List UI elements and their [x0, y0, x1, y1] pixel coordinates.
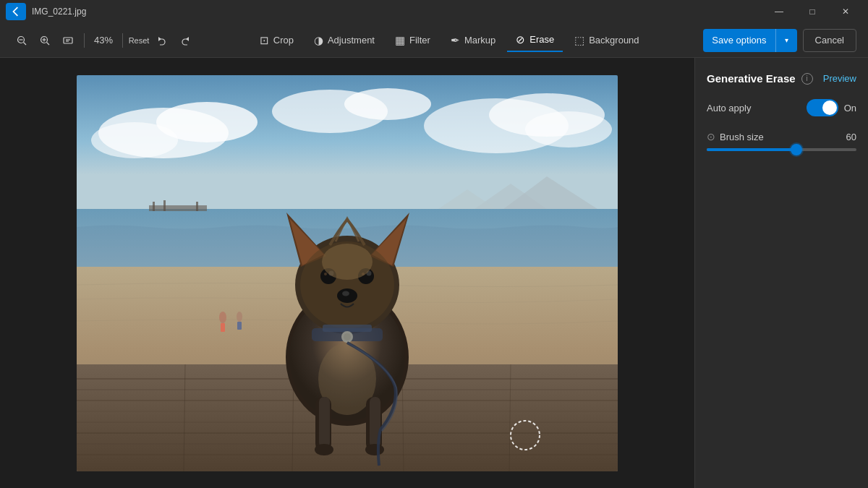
main-content: Generative Erase i Preview Auto apply On…: [0, 58, 868, 488]
image-container: [77, 75, 618, 471]
svg-rect-21: [153, 202, 155, 211]
filter-icon: ▦: [395, 34, 405, 47]
background-icon: ⬚: [574, 34, 584, 47]
brush-size-slider[interactable]: [707, 148, 856, 151]
divider2: [122, 33, 123, 48]
photo-image: [77, 75, 618, 471]
adjustment-tool-button[interactable]: ◑ Adjustment: [305, 30, 383, 51]
toolbar-right: Save options ▾ Cancel: [703, 29, 856, 52]
panel-header: Generative Erase i Preview: [707, 72, 856, 85]
auto-apply-toggle[interactable]: [807, 99, 838, 116]
auto-apply-label: Auto apply: [707, 103, 751, 114]
brush-size-icon: ⊙: [707, 131, 715, 142]
svg-rect-48: [319, 397, 330, 448]
markup-icon: ✒: [451, 34, 460, 47]
brush-label-container: ⊙ Brush size: [707, 131, 764, 142]
slider-thumb[interactable]: [791, 144, 802, 155]
svg-point-62: [342, 291, 349, 296]
erase-tool-button[interactable]: ⊘ Erase: [507, 29, 563, 52]
brush-size-label: Brush size: [720, 132, 764, 142]
maximize-button[interactable]: □: [796, 0, 829, 23]
save-options-label: Save options: [703, 29, 775, 52]
redo-button[interactable]: [175, 30, 195, 51]
svg-point-15: [344, 88, 431, 120]
filter-tool-button[interactable]: ▦ Filter: [386, 30, 439, 51]
window-controls: — □ ✕: [762, 0, 862, 23]
svg-point-13: [91, 122, 178, 158]
svg-point-63: [322, 244, 373, 280]
zoom-level: 43%: [90, 35, 116, 46]
svg-rect-41: [237, 322, 242, 330]
svg-rect-22: [163, 200, 166, 211]
crop-icon: ⊡: [260, 34, 269, 47]
svg-point-18: [525, 111, 612, 147]
save-options-arrow[interactable]: ▾: [775, 29, 797, 52]
cancel-button[interactable]: Cancel: [803, 29, 856, 52]
zoom-in-button[interactable]: [35, 30, 55, 51]
close-button[interactable]: ✕: [829, 0, 862, 23]
toolbar: 43% Reset ⊡ Crop ◑ Adjustment ▦: [0, 23, 868, 58]
info-icon[interactable]: i: [801, 73, 813, 85]
auto-apply-row: Auto apply On: [707, 99, 856, 116]
svg-rect-39: [221, 323, 225, 332]
toggle-state-label: On: [844, 103, 856, 114]
panel-title: Generative Erase: [707, 72, 796, 85]
divider: [84, 33, 85, 48]
reset-button[interactable]: Reset: [129, 30, 149, 51]
svg-rect-65: [323, 325, 372, 332]
right-panel: Generative Erase i Preview Auto apply On…: [694, 58, 868, 488]
toolbar-left: 43% Reset: [12, 30, 195, 51]
back-button[interactable]: [6, 3, 26, 20]
canvas-area[interactable]: [0, 58, 694, 488]
undo-button[interactable]: [152, 30, 172, 51]
background-tool-button[interactable]: ⬚ Background: [566, 30, 647, 51]
title-bar: IMG_0221.jpg — □ ✕: [0, 0, 868, 23]
svg-point-52: [365, 444, 384, 455]
svg-point-67: [344, 333, 351, 341]
svg-rect-23: [196, 202, 198, 211]
crop-tool-button[interactable]: ⊡ Crop: [251, 30, 302, 51]
auto-apply-toggle-container: On: [807, 99, 856, 116]
title-bar-left: IMG_0221.jpg: [6, 3, 86, 20]
svg-point-40: [237, 312, 242, 322]
toolbar-center: ⊡ Crop ◑ Adjustment ▦ Filter ✒ Markup ⊘ …: [198, 29, 700, 52]
window-title: IMG_0221.jpg: [32, 7, 86, 17]
fit-screen-button[interactable]: [58, 30, 78, 51]
svg-point-51: [315, 444, 333, 455]
markup-tool-button[interactable]: ✒ Markup: [442, 30, 504, 51]
adjustment-icon: ◑: [314, 34, 323, 47]
svg-point-38: [219, 312, 226, 323]
slider-fill: [707, 148, 796, 151]
photo-canvas[interactable]: [77, 75, 618, 471]
save-options-button[interactable]: Save options ▾: [703, 29, 796, 52]
brush-size-value: 60: [846, 132, 856, 142]
svg-point-59: [324, 273, 327, 275]
minimize-button[interactable]: —: [762, 0, 796, 23]
svg-line-1: [24, 42, 27, 45]
preview-link[interactable]: Preview: [823, 73, 856, 84]
erase-icon: ⊘: [516, 33, 525, 46]
toggle-knob: [822, 100, 837, 115]
svg-line-4: [47, 42, 50, 45]
brush-size-header: ⊙ Brush size 60: [707, 131, 856, 142]
brush-size-row: ⊙ Brush size 60: [707, 131, 856, 151]
zoom-out-button[interactable]: [12, 30, 32, 51]
svg-rect-7: [64, 38, 72, 43]
